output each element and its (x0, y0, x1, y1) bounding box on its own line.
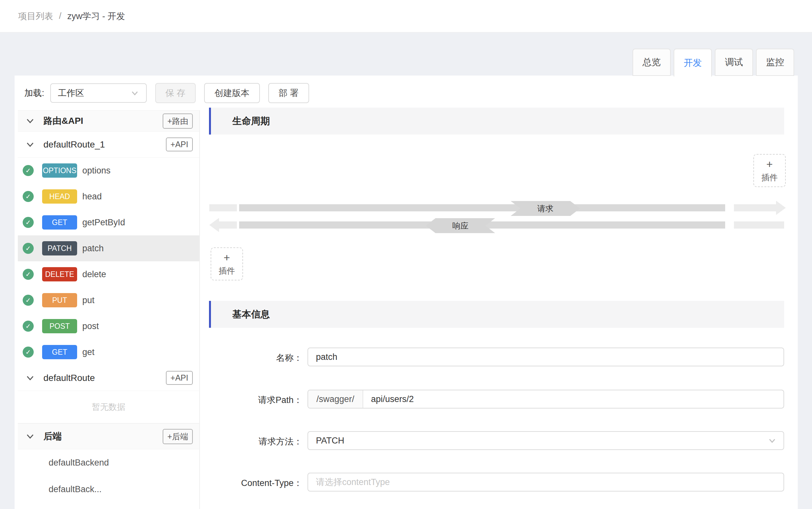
request-banner-label: 请求 (537, 203, 553, 214)
api-item-post[interactable]: ✓ POST post (18, 313, 199, 339)
check-circle-icon: ✓ (23, 269, 34, 280)
name-input-value: patch (308, 352, 337, 362)
api-name: head (82, 192, 102, 202)
add-api-button[interactable]: +API (166, 137, 193, 151)
route-item-defaultRoute_1[interactable]: defaultRoute_1 +API (18, 132, 199, 158)
chevron-down-icon (26, 140, 34, 149)
content-panel: 加载: 工作区 保 存 创建版本 部 署 路由&API +路由 defaultR… (14, 75, 798, 509)
chevron-down-icon (131, 89, 139, 97)
path-input[interactable]: /swagger/ api/users/2 (307, 390, 784, 408)
create-version-button[interactable]: 创建版本 (204, 83, 260, 103)
method-badge: DELETE (42, 267, 77, 281)
api-name: post (82, 321, 99, 331)
method-badge: HEAD (42, 189, 77, 204)
chevron-down-icon (26, 374, 34, 382)
backend-item-defaultBack[interactable]: defaultBack... (18, 476, 199, 503)
api-name: patch (82, 243, 104, 253)
content-type-placeholder: 请选择contentType (308, 476, 390, 488)
load-label: 加载: (24, 87, 44, 99)
response-flow-segment (734, 222, 784, 229)
route-item-defaultRoute[interactable]: defaultRoute +API (18, 365, 199, 391)
content-type-field-label: Content-Type： (195, 477, 302, 489)
content-type-select[interactable]: 请选择contentType (307, 473, 784, 491)
route-name: defaultRoute_1 (43, 139, 166, 150)
save-button[interactable]: 保 存 (155, 83, 196, 103)
chevron-down-icon (26, 117, 34, 125)
empty-data-text: 暂无数据 (18, 391, 199, 423)
chevron-down-icon (768, 436, 776, 445)
route-name: defaultRoute (43, 373, 166, 383)
plus-icon: + (224, 252, 230, 263)
api-name: get (82, 347, 95, 357)
method-select-value: PATCH (308, 436, 344, 446)
route-section-header[interactable]: 路由&API +路由 (18, 110, 199, 132)
lifecycle-title: 生命周期 (232, 115, 270, 128)
method-badge: OPTIONS (42, 163, 77, 178)
api-name: put (82, 295, 95, 305)
check-circle-icon: ✓ (23, 165, 34, 176)
api-item-patch[interactable]: ✓ PATCH patch (18, 235, 199, 261)
api-name: delete (82, 269, 106, 279)
check-circle-icon: ✓ (23, 295, 34, 306)
name-input[interactable]: patch (307, 347, 784, 366)
method-badge: PATCH (42, 241, 77, 256)
plugin-label: 插件 (219, 266, 235, 276)
plugin-label: 插件 (762, 172, 778, 183)
name-field-label: 名称： (195, 352, 302, 364)
method-badge: GET (42, 345, 77, 359)
lifecycle-section-header: 生命周期 (209, 108, 784, 135)
path-prefix-addon: /swagger/ (308, 391, 363, 408)
add-plugin-button-response[interactable]: + 插件 (753, 154, 786, 187)
backend-section-title: 后端 (43, 430, 163, 443)
api-item-head[interactable]: ✓ HEAD head (18, 183, 199, 209)
path-field-label: 请求Path： (195, 394, 302, 406)
add-route-button[interactable]: +路由 (163, 113, 193, 129)
breadcrumb-projects-link[interactable]: 项目列表 (18, 10, 53, 22)
route-section-title: 路由&API (43, 115, 163, 127)
workspace-select-value: 工作区 (58, 87, 84, 99)
response-arrowhead-icon (209, 218, 219, 232)
plus-icon: + (766, 159, 773, 170)
path-input-value: api/users/2 (363, 394, 414, 404)
check-circle-icon: ✓ (23, 347, 34, 358)
request-banner: 请求 (511, 201, 580, 216)
method-badge: POST (42, 319, 77, 333)
add-backend-button[interactable]: +后端 (163, 429, 193, 444)
api-item-delete[interactable]: ✓ DELETE delete (18, 261, 199, 287)
request-flow-bar (239, 204, 725, 211)
api-item-put[interactable]: ✓ PUT put (18, 287, 199, 313)
request-arrowhead-icon (776, 201, 786, 215)
breadcrumb: 项目列表 / zyw学习 - 开发 (0, 0, 812, 32)
response-flow-segment (218, 222, 237, 229)
backend-item-defaultBackend[interactable]: defaultBackend (18, 449, 199, 476)
api-item-options[interactable]: ✓ OPTIONS options (18, 158, 199, 183)
tab-monitor[interactable]: 监控 (756, 48, 794, 76)
add-plugin-button-request[interactable]: + 插件 (211, 247, 243, 280)
response-banner-label: 响应 (452, 220, 469, 231)
basic-info-section-header: 基本信息 (209, 301, 784, 328)
tab-debug[interactable]: 调试 (715, 48, 753, 76)
api-item-get[interactable]: ✓ GET get (18, 339, 199, 365)
request-flow-segment (734, 204, 777, 211)
backend-section-header[interactable]: 后端 +后端 (18, 423, 199, 449)
api-name: options (82, 166, 110, 176)
request-flow-segment (209, 204, 237, 211)
api-name: getPetById (82, 217, 125, 228)
check-circle-icon: ✓ (23, 243, 34, 254)
api-item-getPetById[interactable]: ✓ GET getPetById (18, 209, 199, 235)
method-badge: GET (42, 215, 77, 230)
basic-info-title: 基本信息 (232, 308, 270, 321)
response-banner: 响应 (426, 218, 495, 233)
tab-develop[interactable]: 开发 (674, 48, 712, 76)
add-api-button[interactable]: +API (166, 371, 193, 385)
tab-overview[interactable]: 总览 (632, 48, 671, 76)
toolbar: 加载: 工作区 保 存 创建版本 部 署 (24, 83, 309, 103)
method-select[interactable]: PATCH (307, 431, 784, 450)
view-tabs: 总览 开发 调试 监控 (632, 48, 794, 76)
check-circle-icon: ✓ (23, 191, 34, 202)
breadcrumb-current: zyw学习 - 开发 (67, 10, 125, 22)
check-circle-icon: ✓ (23, 320, 34, 332)
deploy-button[interactable]: 部 署 (268, 83, 309, 103)
method-field-label: 请求方法： (195, 436, 302, 447)
workspace-select[interactable]: 工作区 (50, 83, 147, 103)
